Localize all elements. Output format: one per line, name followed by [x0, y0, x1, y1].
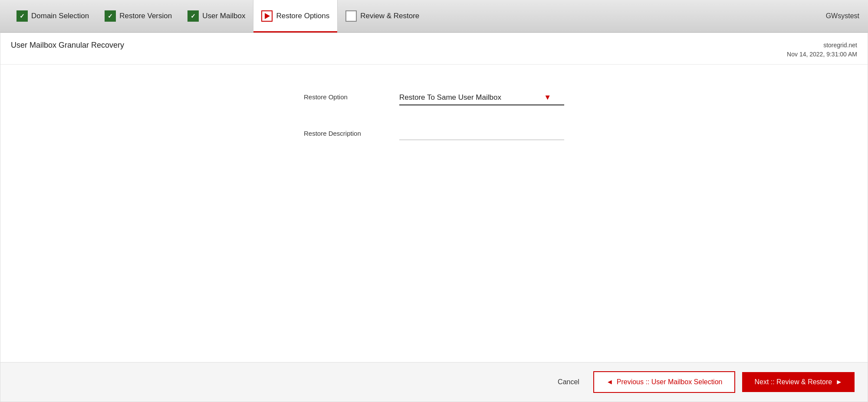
- nav-step-label-review-restore: Review & Restore: [360, 12, 419, 20]
- review-restore-icon: [345, 10, 357, 22]
- next-arrow-icon: ►: [835, 378, 842, 386]
- check-icon-user-mailbox: ✓: [187, 10, 199, 22]
- username-display: GWsystest: [826, 12, 859, 20]
- page-meta: storegrid.net Nov 14, 2022, 9:31:00 AM: [787, 41, 857, 59]
- previous-arrow-icon: ◄: [606, 378, 613, 386]
- meta-datetime: Nov 14, 2022, 9:31:00 AM: [787, 50, 857, 59]
- content-area: Restore Option Restore To Same User Mail…: [0, 65, 868, 362]
- next-button[interactable]: Next :: Review & Restore ►: [742, 372, 855, 392]
- restore-description-input[interactable]: [399, 127, 564, 140]
- nav-step-restore-version[interactable]: ✓ Restore Version: [97, 0, 180, 33]
- page-title: User Mailbox Granular Recovery: [11, 41, 124, 50]
- user-mailbox-icon: ✓: [187, 10, 199, 22]
- nav-step-label-restore-options: Restore Options: [276, 12, 329, 20]
- check-icon-restore-version: ✓: [105, 10, 116, 22]
- next-button-label: Next :: Review & Restore: [754, 378, 832, 386]
- nav-step-restore-options[interactable]: Restore Options: [253, 0, 338, 33]
- restore-version-icon: ✓: [105, 10, 116, 22]
- nav-step-label-restore-version: Restore Version: [119, 12, 172, 20]
- previous-button[interactable]: ◄ Previous :: User Mailbox Selection: [593, 371, 736, 393]
- nav-step-label-user-mailbox: User Mailbox: [202, 12, 245, 20]
- user-info: GWsystest: [826, 12, 859, 20]
- meta-domain: storegrid.net: [787, 41, 857, 50]
- restore-options-icon: [261, 10, 273, 22]
- top-nav: ✓ Domain Selection ✓ Restore Version ✓ U…: [0, 0, 868, 33]
- nav-step-user-mailbox[interactable]: ✓ User Mailbox: [180, 0, 253, 33]
- footer: Cancel ◄ Previous :: User Mailbox Select…: [0, 362, 868, 402]
- restore-option-row: Restore Option Restore To Same User Mail…: [304, 91, 564, 105]
- domain-selection-icon: ✓: [16, 10, 28, 22]
- nav-step-review-restore[interactable]: Review & Restore: [338, 0, 427, 33]
- form-container: Restore Option Restore To Same User Mail…: [304, 91, 564, 336]
- restore-option-select-wrapper[interactable]: Restore To Same User Mailbox ▼: [399, 91, 564, 105]
- nav-step-label-domain: Domain Selection: [31, 12, 89, 20]
- cancel-button[interactable]: Cancel: [551, 374, 586, 390]
- nav-step-domain-selection[interactable]: ✓ Domain Selection: [9, 0, 97, 33]
- play-triangle: [265, 13, 270, 19]
- restore-option-select-display[interactable]: Restore To Same User Mailbox ▼: [399, 91, 564, 105]
- empty-checkbox-icon: [345, 10, 357, 22]
- check-icon-domain: ✓: [16, 10, 28, 22]
- previous-button-label: Previous :: User Mailbox Selection: [617, 378, 723, 386]
- restore-description-label: Restore Description: [304, 127, 391, 137]
- main-content: User Mailbox Granular Recovery storegrid…: [0, 33, 868, 402]
- restore-option-value: Restore To Same User Mailbox: [399, 93, 501, 102]
- restore-option-label: Restore Option: [304, 91, 391, 101]
- restore-description-field: [399, 127, 564, 140]
- nav-steps: ✓ Domain Selection ✓ Restore Version ✓ U…: [9, 0, 859, 33]
- page-header: User Mailbox Granular Recovery storegrid…: [0, 33, 868, 65]
- restore-description-row: Restore Description: [304, 127, 564, 140]
- play-icon: [261, 10, 273, 22]
- dropdown-arrow-icon: ▼: [544, 93, 551, 102]
- restore-option-field: Restore To Same User Mailbox ▼: [399, 91, 564, 105]
